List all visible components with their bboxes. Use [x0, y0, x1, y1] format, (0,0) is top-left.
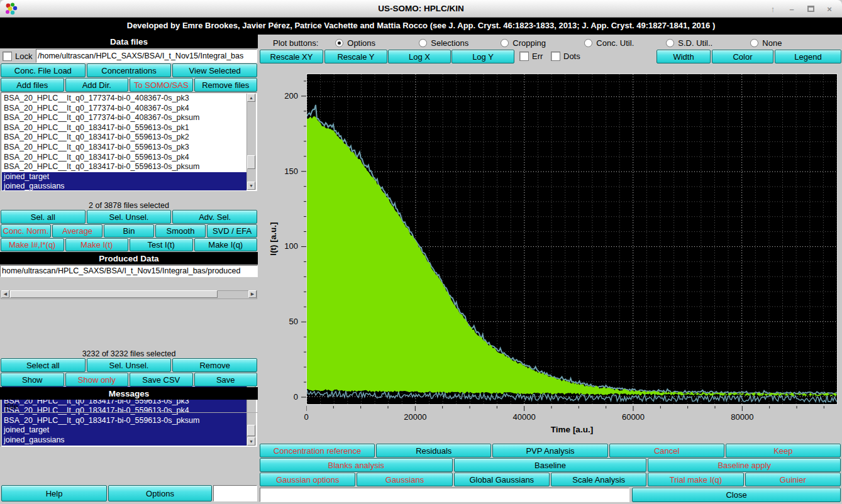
lock-checkbox[interactable]: Lock	[3, 50, 32, 62]
select-button[interactable]: Sel. all	[1, 210, 86, 224]
process-button[interactable]: Bin	[104, 224, 154, 238]
scroll-down-icon[interactable]: ▼	[247, 182, 255, 190]
produced-show-button[interactable]: Show	[1, 373, 64, 386]
plot-canvas[interactable]	[306, 74, 838, 405]
rescale-xy-button[interactable]: Rescale XY	[260, 50, 323, 63]
data-files-list-items: BSA_20_HPLC__It_q0_177374-bi-0_408367-0s…	[2, 94, 247, 190]
select-button[interactable]: Adv. Sel.	[172, 210, 257, 224]
data-files-button[interactable]: To SOMO/SAS	[130, 78, 193, 92]
options-button[interactable]: Options	[108, 485, 212, 501]
data-files-button[interactable]: Concentrations	[87, 63, 172, 77]
legend-button[interactable]: Legend	[775, 50, 841, 63]
action-button[interactable]: Gaussian options	[260, 473, 355, 486]
make-button[interactable]: Test I(t)	[130, 238, 193, 251]
file-list-item[interactable]: joined_gaussians	[2, 436, 247, 446]
file-list-item[interactable]: BSA_20_HPLC__It_q0_183417-bi-0_559613-0s…	[2, 153, 247, 163]
minimize-button[interactable]: –	[785, 3, 798, 14]
action-button[interactable]: Cancel	[609, 444, 724, 457]
file-list-item[interactable]: BSA_20_HPLC__It_q0_177374-bi-0_408367-0s…	[2, 113, 247, 123]
plot-mode-radio[interactable]: None	[750, 38, 782, 48]
plot-mode-radio[interactable]: Options	[335, 38, 419, 48]
produced-show-button[interactable]: Save	[194, 373, 258, 386]
scroll-right-icon[interactable]: ▶	[248, 290, 257, 298]
process-button[interactable]: SVD / EFA	[207, 224, 257, 238]
data-files-path-field[interactable]: /home/ultrascan/HPLC_SAXS/BSA/I_t_Nov15/…	[36, 49, 257, 63]
data-files-hscrollbar[interactable]: ◀ ▶	[1, 290, 257, 299]
select-button[interactable]: Sel. Unsel.	[87, 210, 172, 224]
action-button[interactable]: Baseline apply	[648, 458, 841, 472]
plot-mode-radio[interactable]: Selections	[419, 38, 501, 48]
help-button[interactable]: Help	[1, 485, 107, 501]
file-list-item[interactable]: BSA_20_HPLC__It_q0_183417-bi-0_559613-0s…	[2, 133, 247, 143]
plot-mode-radio[interactable]: S.D. Util..	[666, 38, 750, 48]
action-button[interactable]: Global Gaussians	[454, 473, 550, 486]
rescale-y-button[interactable]: Rescale Y	[324, 50, 387, 63]
data-files-button[interactable]: Add files	[1, 78, 64, 92]
produced-select-button[interactable]: Select all	[1, 358, 86, 372]
make-button[interactable]: Make I(q)	[194, 238, 258, 251]
file-list-item[interactable]: BSA_20_HPLC__It_q0_183417-bi-0_559613-0s…	[2, 162, 247, 172]
log-y-button[interactable]: Log Y	[451, 50, 514, 63]
file-list-item[interactable]: BSA_20_HPLC__It_q0_177374-bi-0_408367-0s…	[2, 104, 247, 114]
process-button[interactable]: Conc. Norm.	[1, 224, 51, 238]
action-button[interactable]: Residuals	[376, 444, 491, 457]
scroll-thumb[interactable]	[247, 155, 255, 169]
data-files-toolbar-row1: Conc. File LoadConcentrationsView Select…	[1, 63, 257, 77]
action-button[interactable]: PVP Analysis	[492, 444, 607, 457]
action-button[interactable]: Blanks analysis	[260, 458, 453, 472]
action-button[interactable]: Guinier	[745, 473, 841, 486]
err-checkbox[interactable]: Err	[519, 52, 543, 61]
data-files-list[interactable]: BSA_20_HPLC__It_q0_177374-bi-0_408367-0s…	[1, 92, 257, 191]
radio-icon	[750, 39, 758, 47]
data-files-button[interactable]: Conc. File Load	[1, 63, 86, 77]
process-button[interactable]: Average	[52, 224, 102, 238]
produced-select-button[interactable]: Sel. Unsel.	[87, 358, 172, 372]
plot-mode-radio[interactable]: Conc. Util.	[584, 38, 666, 48]
file-list-item[interactable]: BSA_20_HPLC__It_q0_183417-bi-0_559613-0s…	[2, 123, 247, 133]
file-list-item[interactable]: BSA_20_HPLC__It_q0_177374-bi-0_408367-0s…	[2, 94, 247, 104]
file-list-item[interactable]: joined_target	[2, 172, 247, 182]
scroll-thumb[interactable]	[247, 425, 255, 436]
file-list-item[interactable]: joined_gaussians	[2, 182, 247, 191]
log-x-button[interactable]: Log X	[388, 50, 451, 63]
close-window-button[interactable]: ×	[823, 3, 836, 14]
dots-checkbox[interactable]: Dots	[551, 52, 580, 61]
action-button[interactable]: Scale Analysis	[551, 473, 646, 486]
action-button[interactable]: Gaussians	[357, 473, 452, 486]
plot-mode-radio[interactable]: Cropping	[501, 38, 584, 48]
shade-window-button[interactable]: ↑	[767, 3, 779, 14]
action-button[interactable]: Keep	[726, 444, 841, 457]
radio-icon	[666, 39, 674, 47]
scroll-left-icon[interactable]: ◀	[1, 290, 9, 298]
action-button[interactable]: Trial make I(q)	[648, 473, 743, 486]
make-button[interactable]: Make I#,I*(q)	[1, 238, 64, 251]
scroll-up-icon[interactable]: ▲	[247, 94, 255, 102]
produced-select-button[interactable]: Remove	[172, 358, 257, 372]
plot-svg	[307, 74, 837, 404]
close-button[interactable]: Close	[632, 488, 841, 502]
plot-mode-row: Plot buttons: Options Selections Croppin…	[259, 36, 842, 50]
produced-show-button[interactable]: Save CSV	[130, 373, 193, 386]
file-list-item[interactable]: BSA_20_HPLC__It_q0_183417-bi-0_559613-0s…	[2, 143, 247, 153]
action-button[interactable]: Concentration reference	[260, 444, 375, 457]
make-button[interactable]: Make I(t)	[65, 238, 129, 251]
data-files-button[interactable]: View Selected	[172, 63, 257, 77]
file-menu[interactable]: File	[5, 402, 18, 411]
file-list-item[interactable]: BSA_20_HPLC__It_q0_183417-bi-0_559613-0s…	[2, 416, 247, 426]
produced-path-field[interactable]: home/ultrascan/HPLC_SAXS/BSA/I_t_Nov15/I…	[0, 265, 258, 277]
process-button[interactable]: Smooth	[155, 224, 206, 238]
file-list-item[interactable]: joined_target	[2, 425, 247, 436]
maximize-icon	[807, 6, 814, 12]
data-files-button[interactable]: Add Dir.	[65, 78, 129, 92]
produced-show-button[interactable]: Show only	[65, 373, 129, 386]
color-button[interactable]: Color	[712, 50, 773, 63]
scroll-down-icon[interactable]: ▼	[247, 437, 255, 446]
actions-row1: Concentration referenceResidualsPVP Anal…	[260, 444, 841, 457]
scroll-thumb[interactable]	[10, 290, 218, 298]
window-titlebar[interactable]: US-SOMO: HPLC/KIN ↑ – ×	[0, 0, 842, 18]
maximize-button[interactable]	[804, 3, 817, 14]
data-files-button[interactable]: Remove files	[194, 78, 258, 92]
data-files-vscrollbar[interactable]: ▲ ▼	[247, 94, 256, 190]
width-button[interactable]: Width	[656, 50, 711, 63]
action-button[interactable]: Baseline	[454, 458, 647, 472]
